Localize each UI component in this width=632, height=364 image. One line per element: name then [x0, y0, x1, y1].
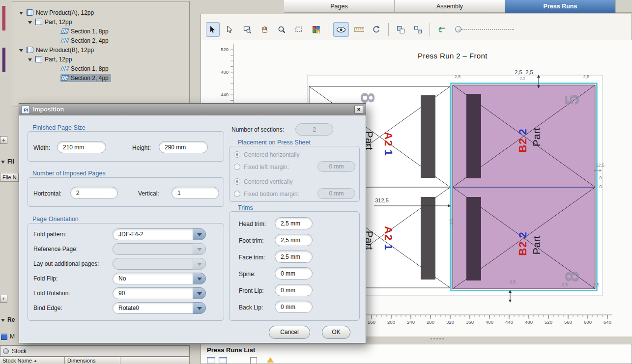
svg-text:160: 160	[368, 319, 375, 325]
zoom-area-tool-button[interactable]	[240, 22, 254, 37]
spine-input[interactable]	[275, 267, 313, 280]
panel-splitter-handle[interactable]	[431, 338, 432, 339]
fold-pattern-select[interactable]: JDF-F4-2	[113, 228, 206, 240]
tree-item-label: Part, 12pp	[45, 19, 72, 26]
layout-additional-pages-select	[113, 258, 206, 270]
tree-item-new-product-b[interactable]: New Product(B), 12pp	[13, 45, 188, 55]
tab-pages[interactable]: Pages	[284, 0, 395, 13]
tree-item-part-a[interactable]: Part, 12pp	[13, 17, 188, 27]
zoom-tool-button[interactable]	[275, 22, 288, 37]
front-lip-input[interactable]	[275, 284, 313, 296]
product-a-color-bar	[2, 6, 5, 30]
svg-text:360: 360	[466, 319, 474, 325]
collapse-triangle-icon	[1, 160, 5, 164]
collapse-triangle-icon[interactable]	[28, 20, 33, 25]
tree-item-section-1-a[interactable]: Section 1, 8pp	[13, 27, 188, 36]
height-input[interactable]	[159, 141, 208, 153]
tree-item-section-2-a[interactable]: Section 2, 4pp	[13, 36, 188, 45]
horizontal-input[interactable]	[70, 187, 118, 199]
bind-edge-select[interactable]: Rotate0	[113, 302, 206, 314]
head-trim-input[interactable]	[275, 217, 313, 229]
foot-trim-label: Foot trim:	[239, 237, 264, 244]
page-number: 5	[561, 94, 583, 105]
svg-text:320: 320	[446, 319, 454, 325]
reference-page-select	[113, 243, 206, 255]
dialog-titlebar[interactable]: PI Imposition ×	[19, 104, 366, 115]
chevron-down-icon	[193, 273, 206, 284]
page-number: 8	[561, 271, 583, 282]
tree-item-new-product-a[interactable]: New Product(A), 12pp	[13, 8, 188, 17]
arrange-layout-icon	[397, 26, 405, 34]
svg-text:640: 640	[603, 319, 611, 325]
toolbar-separator	[430, 23, 430, 36]
select-tool-button[interactable]	[206, 22, 220, 37]
tree-item-section-1-b[interactable]: Section 1, 8pp	[13, 64, 188, 73]
svg-text:520: 520	[221, 47, 229, 52]
collapse-triangle-icon[interactable]	[19, 48, 24, 53]
marquee-zoom-tool-button[interactable]	[292, 22, 306, 37]
chevron-down-icon	[193, 287, 206, 299]
dimensions-column-header[interactable]: Dimensions	[65, 357, 120, 364]
align-layout-tool-button[interactable]	[411, 22, 425, 37]
media-grid-icon	[1, 334, 7, 340]
vertical-input[interactable]	[172, 187, 219, 199]
press-sheet-section-b-selected[interactable]	[451, 84, 597, 291]
arrange-layout-tool-button[interactable]	[394, 22, 407, 37]
file-name-column-header[interactable]: File N	[0, 173, 19, 182]
tab-assembly[interactable]: Assembly	[395, 0, 505, 13]
centered-horizontally-label: Centered horizontally	[244, 151, 299, 158]
svg-text:480: 480	[221, 69, 229, 75]
direct-select-tool-button[interactable]	[223, 22, 237, 37]
width-input[interactable]	[57, 141, 106, 153]
foot-trim-input[interactable]	[275, 234, 313, 246]
zoom-slider[interactable]	[455, 25, 514, 34]
cancel-button[interactable]: Cancel	[269, 326, 310, 339]
stock-name-column-header[interactable]: Stock Name ▲	[0, 357, 65, 364]
collapse-triangle-icon[interactable]	[28, 57, 33, 62]
warning-icon	[267, 357, 274, 363]
pan-tool-button[interactable]	[258, 22, 271, 37]
fold-flip-select[interactable]: No	[113, 273, 206, 284]
group-title-imposed-pages: Number of Imposed Pages	[32, 170, 106, 177]
resources-section-header[interactable]: Re	[1, 316, 19, 323]
collapse-triangle-icon[interactable]	[19, 10, 24, 15]
press-run-thumbnail-icon[interactable]	[207, 357, 215, 364]
ok-button[interactable]: OK	[322, 326, 350, 339]
tree-item-label: New Product(A), 12pp	[36, 9, 94, 16]
rotate-view-tool-button[interactable]	[370, 22, 383, 37]
stock-icon	[3, 348, 9, 354]
checkbox-icon[interactable]	[250, 357, 257, 364]
face-trim-input[interactable]	[275, 251, 313, 263]
tree-item-section-2-b[interactable]: Section 2, 4pp	[13, 73, 188, 83]
assign-pages-tool-button[interactable]	[309, 22, 323, 37]
back-lip-input[interactable]	[275, 301, 313, 313]
files-section-header[interactable]: Fil	[1, 158, 19, 165]
revert-view-tool-button[interactable]	[435, 22, 449, 37]
fixed-left-margin-label: Fixed left margin:	[244, 164, 289, 170]
measure-tool-button[interactable]	[352, 22, 366, 37]
tab-press-runs[interactable]: Press Runs	[505, 0, 616, 13]
fixed-bottom-margin-input	[317, 188, 355, 199]
add-resource-button[interactable]: +	[0, 295, 7, 303]
media-list-item[interactable]: M	[1, 333, 19, 340]
spine-mark	[466, 94, 481, 178]
zoom-slider-knob[interactable]	[455, 26, 461, 32]
sort-up-icon: ▲	[33, 359, 37, 363]
toolbar-separator	[388, 23, 389, 36]
svg-text:440: 440	[221, 92, 229, 97]
svg-text:2,5: 2,5	[449, 219, 454, 225]
close-icon[interactable]: ×	[354, 106, 363, 113]
height-label: Height:	[132, 144, 151, 151]
preview-toggle-button[interactable]	[333, 22, 349, 37]
tree-item-label: New Product(B), 12pp	[36, 47, 94, 54]
svg-text:2,5: 2,5	[455, 74, 461, 79]
add-file-button[interactable]: +	[0, 136, 7, 144]
fold-rotation-select[interactable]: 90	[113, 287, 206, 299]
tree-item-part-b[interactable]: Part, 12pp	[13, 55, 188, 64]
product-b-color-bar	[2, 48, 5, 72]
page-number: 8	[357, 92, 378, 103]
stock-section-row[interactable]: Stock	[0, 345, 190, 357]
svg-text:2,5: 2,5	[593, 282, 600, 287]
press-run-thumbnail-icon[interactable]	[219, 357, 227, 364]
radio-centered-vertically	[234, 178, 240, 185]
